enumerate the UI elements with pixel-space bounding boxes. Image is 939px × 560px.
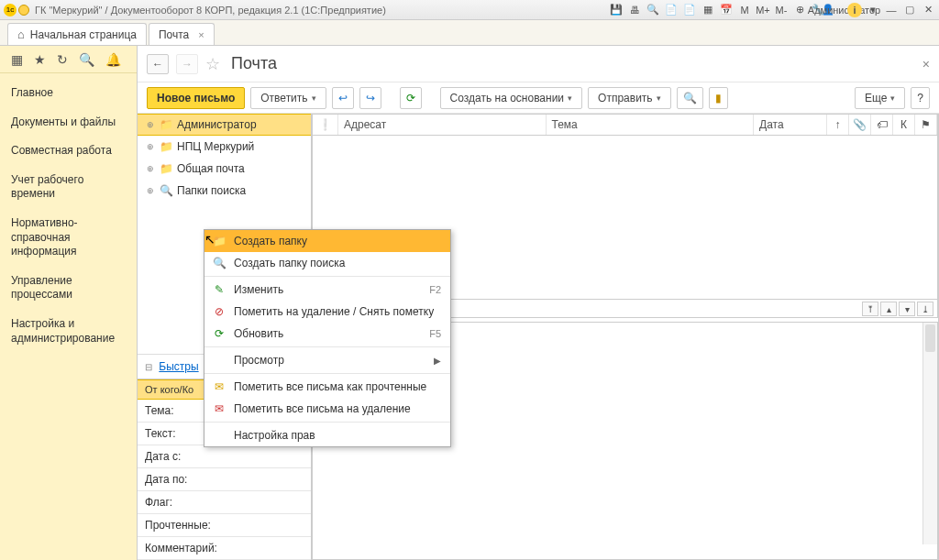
col-sort[interactable]: ↑ (827, 115, 849, 135)
send-button[interactable]: Отправить▾ (588, 87, 671, 109)
favorite-icon[interactable]: ★ (34, 52, 46, 67)
history-icon[interactable]: ↻ (57, 52, 68, 67)
expander-icon[interactable]: ⊕ (147, 120, 156, 129)
envelope-open-icon: ✉ (212, 380, 226, 393)
tree-label: НПЦ Меркурий (177, 140, 254, 153)
ctx-mark-read[interactable]: ✉ Пометить все письма как прочтенные (204, 376, 450, 398)
scroll-top-icon[interactable]: ⤒ (862, 302, 878, 316)
col-flag2[interactable]: ⚑ (915, 115, 937, 135)
find-button[interactable]: 🔍 (677, 87, 703, 109)
m-icon[interactable]: M (737, 3, 752, 17)
search-icon[interactable]: 🔍 (646, 3, 660, 17)
quick-filter-link[interactable]: Быстры (159, 360, 198, 373)
tree-item-admin[interactable]: ⊕ 📁 Администратор (138, 114, 311, 136)
ctx-view[interactable]: Просмотр ▶ (204, 349, 450, 371)
tree-item-mercury[interactable]: ⊕ 📁 НПЦ Меркурий (138, 136, 311, 158)
col-recipient[interactable]: Адресат (338, 115, 547, 135)
filter-comment[interactable]: Комментарий: (138, 537, 311, 560)
menu-docs[interactable]: Документы и файлы (0, 108, 137, 137)
address-book-button[interactable]: ▮ (709, 87, 728, 109)
help-button[interactable]: ? (911, 87, 930, 109)
refresh-button[interactable]: ⟳ (400, 87, 422, 109)
ctx-create-search-folder[interactable]: 🔍 Создать папку поиска (204, 252, 450, 274)
maximize-icon[interactable]: ▢ (902, 3, 917, 17)
col-date[interactable]: Дата (754, 115, 827, 135)
expander-icon[interactable]: ⊕ (147, 164, 156, 173)
minimize-icon[interactable]: — (884, 3, 899, 17)
sections-icon[interactable]: ▦ (11, 52, 23, 67)
menu-admin[interactable]: Настройка и администрирование (0, 310, 137, 353)
menu-ref[interactable]: Нормативно-справочная информация (0, 209, 137, 267)
delete-mark-icon: ⊘ (212, 305, 226, 318)
col-tag[interactable]: 🏷 (871, 115, 893, 135)
ctx-refresh[interactable]: ⟳ Обновить F5 (204, 323, 450, 345)
menu-collab[interactable]: Совместная работа (0, 137, 137, 166)
ctx-rights[interactable]: Настройка прав (204, 424, 450, 446)
col-k[interactable]: К (893, 115, 915, 135)
page-title: Почта (231, 54, 277, 73)
m-plus-icon[interactable]: M+ (756, 3, 770, 17)
m-minus-icon[interactable]: M- (774, 3, 789, 17)
page-header: ← → ☆ Почта × (138, 46, 939, 82)
forward-button[interactable]: ↪ (359, 87, 381, 109)
ctx-mark-delete-all[interactable]: ✉ Пометить все письма на удаление (204, 398, 450, 420)
nav-forward-button[interactable]: → (176, 54, 198, 74)
home-icon: ⌂ (17, 27, 25, 41)
expander-icon[interactable]: ⊕ (147, 186, 156, 195)
ctx-edit[interactable]: ✎ Изменить F2 (204, 279, 450, 301)
save-icon[interactable]: 💾 (609, 3, 624, 17)
col-subject[interactable]: Тема (547, 115, 755, 135)
info-icon[interactable]: i (847, 3, 862, 17)
reply-button[interactable]: Ответить▾ (250, 87, 326, 109)
menu-proc[interactable]: Управление процессами (0, 267, 137, 310)
window-title-bar: 1c ГК "Меркурий" / Документооборот 8 КОР… (0, 0, 939, 20)
tab-mail[interactable]: Почта × (149, 23, 215, 45)
scroll-bottom-icon[interactable]: ⤓ (917, 302, 933, 316)
expander-icon[interactable]: ⊕ (147, 142, 156, 151)
doc-icon[interactable]: 📄 (664, 3, 679, 17)
reply-all-button[interactable]: ↩ (332, 87, 354, 109)
folder-tree: ⊕ 📁 Администратор ⊕ 📁 НПЦ Меркурий ⊕ 📁 О… (138, 114, 311, 202)
menu-main[interactable]: Главное (0, 79, 137, 108)
app-dropdown-icon[interactable] (18, 5, 29, 16)
zoom-in-icon[interactable]: ⊕ (792, 3, 807, 17)
bell-icon[interactable]: 🔔 (105, 52, 121, 67)
col-flag[interactable]: ❕ (313, 115, 338, 135)
search-panel-icon[interactable]: 🔍 (79, 52, 94, 67)
tree-item-search[interactable]: ⊕ 🔍 Папки поиска (138, 180, 311, 202)
menu-time[interactable]: Учет рабочего времени (0, 166, 137, 209)
filter-read[interactable]: Прочтенные: (138, 514, 311, 537)
search-folder-icon: 🔍 (160, 184, 173, 197)
current-user[interactable]: 👤 Администратор (829, 3, 844, 17)
window-toolbar: 💾 🖶 🔍 📄 📄 ▦ 📅 M M+ M- ⊕ 🔧 👤 Администрато… (609, 3, 935, 17)
more-button[interactable]: Еще▾ (855, 87, 905, 109)
favorite-star-icon[interactable]: ☆ (205, 54, 220, 74)
filter-flag[interactable]: Флаг: (138, 491, 311, 514)
tab-home[interactable]: ⌂ Начальная страница (7, 23, 147, 45)
create-based-button[interactable]: Создать на основании▾ (440, 87, 583, 109)
ctx-create-folder[interactable]: 📁 Создать папку (204, 230, 450, 252)
col-attachment[interactable]: 📎 (849, 115, 871, 135)
filter-date-to[interactable]: Дата по: (138, 468, 311, 491)
filter-date-from[interactable]: Дата с: (138, 445, 311, 468)
new-mail-button[interactable]: Новое письмо (147, 87, 245, 109)
nav-back-button[interactable]: ← (147, 54, 169, 74)
grid-icon[interactable]: ▦ (701, 3, 715, 17)
scroll-down-icon[interactable]: ▾ (899, 302, 915, 316)
preview-scrollbar[interactable] (922, 323, 937, 544)
list-header: ❕ Адресат Тема Дата ↑ 📎 🏷 К ⚑ (312, 114, 938, 136)
refresh-icon: ⟳ (212, 327, 226, 340)
dropdown-icon[interactable]: ▾ (866, 3, 880, 17)
page-close-icon[interactable]: × (922, 57, 930, 71)
tab-close-icon[interactable]: × (198, 29, 204, 40)
scroll-up-icon[interactable]: ▴ (880, 302, 897, 316)
tree-item-public[interactable]: ⊕ 📁 Общая почта (138, 158, 311, 180)
close-icon[interactable]: ✕ (921, 3, 935, 17)
pencil-icon: ✎ (212, 283, 226, 296)
calc-icon[interactable]: 📅 (719, 3, 734, 17)
folder-icon: 📁 (160, 140, 173, 153)
add-folder-icon: 📁 (212, 235, 226, 247)
ctx-mark-delete[interactable]: ⊘ Пометить на удаление / Снять пометку (204, 301, 450, 323)
print-icon[interactable]: 🖶 (627, 3, 642, 17)
doc2-icon[interactable]: 📄 (682, 3, 697, 17)
